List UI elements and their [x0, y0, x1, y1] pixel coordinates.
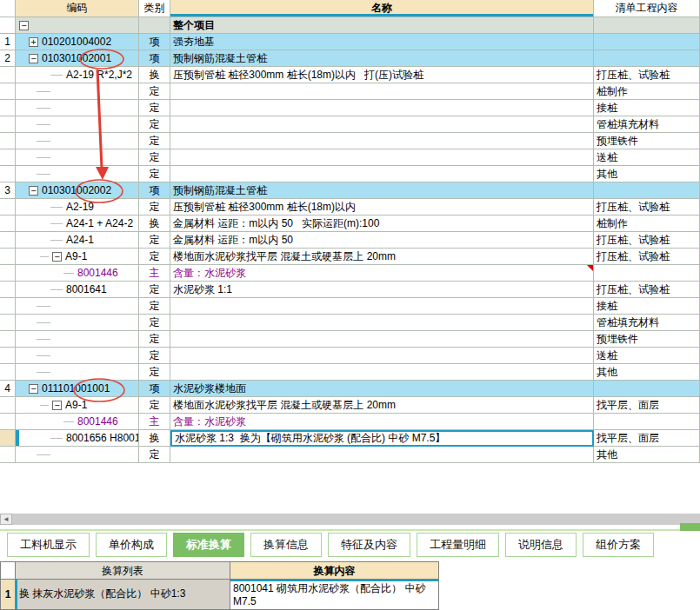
conversion-table-row[interactable]: 1 换 抹灰水泥砂浆（配合比） 中砂1:3 8001041 砌筑用水泥砂浆（配合… — [0, 580, 439, 610]
category-cell[interactable]: 定 — [139, 249, 170, 265]
category-cell[interactable]: 定 — [139, 166, 170, 182]
table-row[interactable]: 定管桩填充材料 — [0, 116, 700, 133]
work-content-cell[interactable]: 打压桩、试验桩 — [594, 199, 700, 215]
code-cell[interactable]: A24-1 + A24-2 — [16, 215, 139, 232]
category-cell[interactable]: 定 — [139, 298, 170, 315]
name-cell[interactable]: 楼地面水泥砂浆找平层 混凝土或硬基层上 20mm — [170, 249, 594, 265]
table-row[interactable]: A24-1 + A24-2换金属材料 运距：m以内 50 实际运距(m):100… — [0, 215, 700, 232]
code-cell[interactable]: 8001656 H8001… — [16, 430, 139, 447]
collapse-icon[interactable]: − — [29, 384, 38, 394]
name-cell[interactable] — [170, 348, 594, 364]
work-content-cell[interactable] — [594, 17, 700, 34]
name-cell[interactable] — [170, 116, 594, 133]
work-content-cell[interactable] — [594, 34, 700, 50]
name-cell[interactable] — [170, 364, 594, 381]
name-cell[interactable] — [170, 149, 594, 166]
category-cell[interactable]: 定 — [139, 364, 170, 381]
table-row[interactable]: 定送桩 — [0, 149, 700, 166]
work-content-cell[interactable]: 预埋铁件 — [594, 133, 700, 149]
row-number-cell[interactable] — [0, 215, 16, 232]
work-content-cell[interactable]: 送桩 — [594, 348, 700, 364]
category-cell[interactable]: 定 — [139, 149, 170, 166]
table-row[interactable]: 4−011101001001项水泥砂浆楼地面 — [0, 381, 700, 397]
category-cell[interactable]: 定 — [139, 83, 170, 100]
row-number-cell[interactable] — [0, 364, 16, 381]
category-cell[interactable]: 定 — [139, 232, 170, 249]
tab-工程量明细[interactable]: 工程量明细 — [417, 533, 499, 557]
code-cell[interactable] — [16, 166, 139, 182]
code-cell[interactable]: 8001446 — [16, 265, 139, 282]
code-cell[interactable] — [16, 315, 139, 331]
code-cell[interactable]: 8001641 — [16, 282, 139, 298]
code-cell[interactable]: −A9-1 — [16, 397, 139, 414]
work-content-cell[interactable]: 其他 — [594, 447, 700, 463]
collapse-icon[interactable]: − — [52, 401, 62, 410]
table-row[interactable]: 定预埋铁件 — [0, 133, 700, 149]
collapse-icon[interactable]: − — [52, 252, 62, 262]
tab-特征及内容[interactable]: 特征及内容 — [328, 533, 410, 557]
table-row[interactable]: 定送桩 — [0, 348, 700, 364]
category-cell[interactable]: 定 — [139, 100, 170, 116]
name-cell[interactable]: 整个项目 — [170, 17, 594, 34]
row-number-cell[interactable]: 1 — [0, 34, 16, 50]
tab-单价构成[interactable]: 单价构成 — [96, 533, 167, 557]
collapse-icon[interactable]: − — [29, 186, 38, 196]
code-cell[interactable] — [16, 298, 139, 315]
work-content-cell[interactable]: 打压桩、试验桩 — [594, 282, 700, 298]
work-content-cell[interactable]: 打压桩、试验桩 — [594, 232, 700, 249]
row-number-cell[interactable] — [0, 17, 16, 34]
row-number-cell[interactable] — [0, 315, 16, 331]
name-cell[interactable]: 含量：水泥砂浆 — [170, 265, 594, 282]
name-cell[interactable] — [170, 133, 594, 149]
name-cell[interactable]: 楼地面水泥砂浆找平层 混凝土或硬基层上 20mm — [170, 397, 594, 414]
table-row[interactable]: 定其他 — [0, 166, 700, 182]
row-number-cell[interactable] — [0, 199, 16, 215]
row-number-cell[interactable] — [0, 331, 16, 348]
category-cell[interactable]: 定 — [139, 315, 170, 331]
work-content-cell[interactable]: 桩制作 — [594, 215, 700, 232]
code-cell[interactable] — [16, 133, 139, 149]
category-cell[interactable]: 定 — [139, 447, 170, 463]
category-cell[interactable]: 定 — [139, 116, 170, 133]
category-cell[interactable]: 换 — [139, 430, 170, 447]
table-row[interactable]: −A9-1定楼地面水泥砂浆找平层 混凝土或硬基层上 20mm找平层、面层 — [0, 397, 700, 414]
work-content-cell[interactable] — [594, 50, 700, 67]
tab-说明信息[interactable]: 说明信息 — [505, 533, 577, 557]
table-row[interactable]: −A9-1定楼地面水泥砂浆找平层 混凝土或硬基层上 20mm打压桩、试验桩 — [0, 249, 700, 265]
category-cell[interactable]: 定 — [139, 397, 170, 414]
code-cell[interactable]: −010301002001 — [16, 50, 139, 67]
name-cell[interactable] — [170, 447, 594, 463]
code-cell[interactable]: −A9-1 — [16, 249, 139, 265]
code-cell[interactable] — [16, 364, 139, 381]
code-cell[interactable]: − — [16, 17, 139, 34]
code-cell[interactable] — [16, 331, 139, 348]
work-content-cell[interactable]: 预埋铁件 — [594, 331, 700, 348]
work-content-cell[interactable]: 送桩 — [594, 149, 700, 166]
category-cell[interactable]: 主 — [139, 414, 170, 430]
category-cell[interactable] — [139, 17, 170, 34]
work-content-cell[interactable] — [594, 381, 700, 397]
table-row[interactable]: 8001446主含量：水泥砂浆 — [0, 265, 700, 282]
row-number-cell[interactable] — [0, 430, 16, 447]
row-number-cell[interactable] — [0, 67, 16, 83]
name-cell[interactable]: 强夯地基 — [170, 34, 594, 50]
tab-工料机显示[interactable]: 工料机显示 — [7, 533, 90, 557]
name-cell[interactable]: 水泥砂浆 1:1 — [170, 282, 594, 298]
table-row[interactable]: 定桩制作 — [0, 83, 700, 100]
code-cell[interactable]: A24-1 — [16, 232, 139, 249]
table-row[interactable]: 3−010301002002项预制钢筋混凝土管桩 — [0, 182, 700, 199]
table-row[interactable]: 定接桩 — [0, 100, 700, 116]
work-content-cell[interactable]: 其他 — [594, 364, 700, 381]
row-number-cell[interactable] — [0, 298, 16, 315]
table-row[interactable]: A2-19定压预制管桩 桩径300mm 桩长(18m)以内打压桩、试验桩 — [0, 199, 700, 215]
name-cell[interactable]: 含量：水泥砂浆 — [170, 414, 594, 430]
name-cell[interactable] — [170, 100, 594, 116]
code-cell[interactable] — [16, 100, 139, 116]
table-row[interactable]: 定其他 — [0, 364, 700, 381]
category-cell[interactable]: 定 — [139, 348, 170, 364]
scroll-left-icon[interactable]: ◄ — [0, 514, 12, 525]
table-row[interactable]: 定预埋铁件 — [0, 331, 700, 348]
table-row[interactable]: A2-19 R*2,J*2换压预制管桩 桩径300mm 桩长(18m)以内 打(… — [0, 67, 700, 83]
category-cell[interactable]: 换 — [139, 67, 170, 83]
code-cell[interactable]: A2-19 R*2,J*2 — [16, 67, 139, 83]
